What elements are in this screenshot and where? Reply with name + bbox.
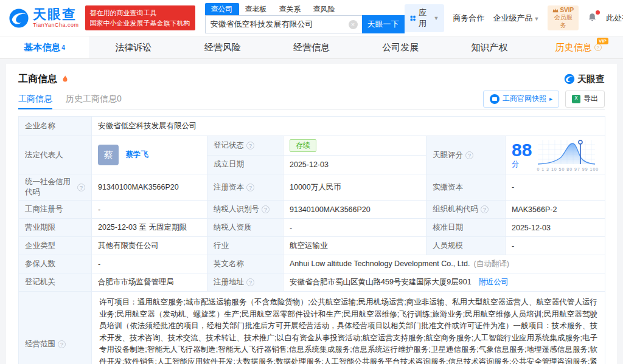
clear-search-icon[interactable]: × bbox=[349, 20, 358, 29]
tianyancha-logo-icon bbox=[564, 74, 575, 84]
field-org-code-value: MAK3566P-2 bbox=[506, 201, 605, 219]
field-staff-size-value: - bbox=[506, 237, 605, 255]
field-taxpayer-quality-label: 纳税人资质 bbox=[207, 219, 284, 237]
tab-operating-risk[interactable]: 经营风险 bbox=[178, 36, 267, 58]
nearby-companies-link[interactable]: 附近公司 bbox=[478, 278, 509, 286]
field-staff-size-label: 人员规模 bbox=[426, 237, 506, 255]
search-tab-relation[interactable]: 查关系 bbox=[273, 3, 307, 16]
table-row: 参保人数 - 英文名称 Anhui Low altitude Technolog… bbox=[19, 255, 605, 273]
search-box: × bbox=[205, 15, 362, 33]
field-credit-code-label: 统一社会信用代码? bbox=[19, 174, 92, 201]
promo-banner: 都在用的商业查询工具 国家中小企业发展子基金旗下机构 bbox=[85, 5, 195, 30]
field-credit-code-value: 91340100MAK3566P20 bbox=[92, 174, 207, 201]
field-insured-count-value: - bbox=[92, 255, 207, 273]
tab-business-info[interactable]: 经营信息 bbox=[267, 36, 356, 58]
avatar[interactable]: 蔡 bbox=[98, 145, 119, 165]
field-establish-date-value: 2025-12-03 bbox=[284, 155, 426, 174]
apps-menu[interactable]: 应用 ▼ bbox=[405, 4, 445, 32]
help-icon[interactable]: ? bbox=[465, 151, 473, 159]
excel-icon bbox=[572, 95, 580, 103]
field-company-name-value: 安徽省低空科技发展有限公司 bbox=[92, 117, 605, 136]
business-registration-card: 工商信息 天眼查 工商信息 历史工商信息0 工商官网快照 ▸ 导出 bbox=[6, 64, 617, 364]
field-business-term-value: 2025-12-03 至 无固定期限 bbox=[92, 219, 207, 237]
search-tabs: 查公司 查老板 查关系 查风险 bbox=[205, 3, 341, 16]
export-button[interactable]: 导出 bbox=[565, 91, 605, 108]
field-company-type-label: 企业类型 bbox=[19, 237, 92, 255]
field-reg-authority-label: 登记机关 bbox=[19, 273, 92, 292]
field-reg-address-value: 安徽省合肥市蜀山区黄山路459号安建国际大厦9层901 附近公司 bbox=[284, 273, 605, 292]
field-reg-status-label: 登记状态? bbox=[207, 136, 284, 156]
basic-info-count: 4 bbox=[61, 44, 65, 51]
search-tab-company[interactable]: 查公司 bbox=[205, 3, 239, 16]
field-approval-date-value: 2025-12-03 bbox=[506, 219, 605, 237]
help-icon[interactable]: ? bbox=[246, 184, 254, 191]
field-reg-number-value: - bbox=[92, 201, 207, 219]
account-menu[interactable]: 此处有...▼ bbox=[606, 13, 623, 24]
field-english-name-value: Anhui Low altitude Technology Developmen… bbox=[284, 255, 605, 273]
subtab-current-registration[interactable]: 工商信息 bbox=[18, 88, 52, 109]
help-icon[interactable]: ? bbox=[58, 340, 66, 348]
search-input[interactable] bbox=[206, 16, 362, 33]
field-paid-capital-label: 实缴资本 bbox=[426, 174, 506, 201]
legal-rep-link[interactable]: 蔡学飞 bbox=[125, 150, 148, 159]
field-business-term-label: 营业期限 bbox=[19, 219, 92, 237]
tab-intellectual-property[interactable]: 知识产权 bbox=[445, 36, 534, 58]
chevron-down-icon: ▼ bbox=[434, 15, 439, 21]
tianyancha-logo[interactable]: 天眼查 TianYanCha.com bbox=[9, 8, 79, 29]
search-tab-risk[interactable]: 查风险 bbox=[307, 3, 341, 16]
chevron-down-icon: ▼ bbox=[534, 16, 539, 22]
chevron-right-icon: ▸ bbox=[549, 95, 552, 102]
tab-company-development[interactable]: 公司发展 bbox=[356, 36, 445, 58]
field-legal-rep-label: 法定代表人 bbox=[19, 136, 92, 174]
score-value-cell: 88分 bbox=[506, 136, 605, 174]
help-icon[interactable]: ? bbox=[481, 205, 489, 213]
field-company-type-value: 其他有限责任公司 bbox=[92, 237, 207, 255]
field-industry-value: 航空运输业 bbox=[284, 237, 426, 255]
field-english-name-label: 英文名称 bbox=[207, 255, 284, 273]
field-reg-authority-value: 合肥市市场监督管理局 bbox=[92, 273, 207, 292]
vip-badge: VIP bbox=[597, 38, 608, 44]
tianyancha-logo-icon bbox=[9, 8, 29, 29]
table-row: 营业期限 2025-12-03 至 无固定期限 纳税人资质 - 核准日期 202… bbox=[19, 219, 605, 237]
field-establish-date-label: 成立日期 bbox=[207, 155, 284, 174]
crown-icon bbox=[552, 8, 559, 13]
enterprise-products-link[interactable]: 企业级产品▼ bbox=[493, 13, 539, 24]
subtab-history-registration[interactable]: 历史工商信息0 bbox=[66, 88, 122, 109]
search-tab-boss[interactable]: 查老板 bbox=[239, 3, 273, 16]
notification-bell-icon[interactable] bbox=[587, 12, 597, 24]
field-legal-rep-value: 蔡 蔡学飞 bbox=[92, 136, 207, 174]
table-row: 法定代表人 蔡 蔡学飞 登记状态? 存续 天眼评分? 88分 bbox=[19, 136, 605, 156]
field-approval-date-label: 核准日期 bbox=[426, 219, 506, 237]
official-snapshot-button[interactable]: 工商官网快照 ▸ bbox=[483, 91, 559, 108]
apps-grid-icon bbox=[410, 14, 416, 22]
snapshot-icon bbox=[490, 94, 499, 104]
score-axis-labels: 0 1 3 10 50 80 97 99 100 bbox=[537, 167, 599, 171]
help-icon[interactable]: ? bbox=[77, 184, 85, 191]
business-cooperation-link[interactable]: 商务合作 bbox=[453, 13, 484, 24]
section-title: 工商信息 bbox=[18, 73, 57, 86]
svip-member-button[interactable]: SVIP 会员服务 bbox=[548, 5, 579, 31]
status-badge: 存续 bbox=[290, 139, 316, 152]
registration-sub-tabs: 工商信息 历史工商信息0 工商官网快照 ▸ 导出 bbox=[18, 88, 605, 110]
table-row: 经营范围? 许可项目：通用航空服务;城市配送运输服务（不含危险货物）;公共航空运… bbox=[19, 292, 605, 364]
help-icon[interactable]: ? bbox=[246, 278, 254, 286]
tab-legal-proceedings[interactable]: 法律诉讼 bbox=[89, 36, 178, 58]
help-icon: ? bbox=[594, 44, 602, 51]
field-insured-count-label: 参保人数 bbox=[19, 255, 92, 273]
table-row: 工商注册号 - 纳税人识别号? 91340100MAK3566P20 组织机构代… bbox=[19, 201, 605, 219]
search-button[interactable]: 天眼一下 bbox=[362, 15, 405, 33]
brand-name: 天眼查 bbox=[33, 8, 79, 21]
tab-basic-info[interactable]: 基本信息4 bbox=[0, 36, 89, 58]
top-header: 天眼查 TianYanCha.com 都在用的商业查询工具 国家中小企业发展子基… bbox=[0, 0, 623, 36]
field-business-scope-label: 经营范围? bbox=[19, 292, 92, 364]
registration-info-table: 企业名称 安徽省低空科技发展有限公司 法定代表人 蔡 蔡学飞 登记状态? 存续 … bbox=[18, 116, 605, 364]
table-row: 统一社会信用代码? 91340100MAK3566P20 注册资本? 10000… bbox=[19, 174, 605, 201]
help-icon[interactable]: ? bbox=[246, 142, 254, 149]
help-icon[interactable]: ? bbox=[262, 205, 270, 213]
field-taxpayer-id-value: 91340100MAK3566P20 bbox=[284, 201, 426, 219]
table-row: 登记机关 合肥市市场监督管理局 注册地址? 安徽省合肥市蜀山区黄山路459号安建… bbox=[19, 273, 605, 292]
auto-translate-note: (自动翻译) bbox=[473, 259, 509, 268]
field-org-code-label: 组织机构代码? bbox=[426, 201, 506, 219]
tab-history-info[interactable]: 历史信息 ? VIP bbox=[534, 36, 623, 58]
field-reg-capital-label: 注册资本? bbox=[207, 174, 284, 201]
